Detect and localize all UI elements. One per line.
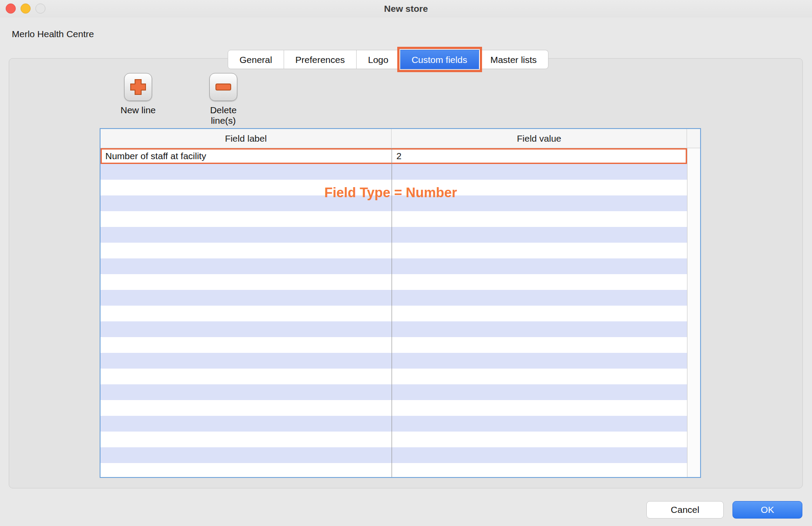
table-row-empty[interactable] <box>101 227 687 243</box>
table-row-empty[interactable] <box>101 180 687 195</box>
store-name: Merlo Health Centre <box>12 29 94 39</box>
table-row-empty[interactable] <box>101 384 687 400</box>
column-header-field-value[interactable]: Field value <box>392 129 687 148</box>
table-row-empty[interactable] <box>101 432 687 447</box>
cancel-button[interactable]: Cancel <box>646 501 724 519</box>
table-header: Field label Field value <box>101 129 700 148</box>
table-row-empty[interactable] <box>101 353 687 369</box>
table-row-empty[interactable] <box>101 306 687 321</box>
traffic-lights <box>6 3 45 14</box>
ok-button[interactable]: OK <box>732 501 802 519</box>
delete-line-button[interactable]: Delete line(s) <box>197 73 250 126</box>
plus-icon <box>124 73 152 101</box>
table-row-empty[interactable] <box>101 258 687 274</box>
window-title: New store <box>0 0 812 17</box>
table-row-empty[interactable] <box>101 274 687 290</box>
table-row[interactable]: Number of staff at facility2 <box>101 148 687 164</box>
field-label-cell[interactable]: Number of staff at facility <box>102 150 392 163</box>
table-row-empty[interactable] <box>101 164 687 180</box>
vertical-scrollbar-track[interactable] <box>687 148 700 477</box>
new-line-button[interactable]: New line <box>118 73 158 115</box>
close-button[interactable] <box>6 3 16 14</box>
table-row-empty[interactable] <box>101 211 687 227</box>
column-header-scroll-spacer <box>687 129 700 148</box>
table-body: Number of staff at facility2 <box>101 148 687 477</box>
field-value-cell[interactable]: 2 <box>392 150 686 163</box>
new-line-label: New line <box>118 105 158 115</box>
custom-fields-table: Field label Field value Number of staff … <box>100 128 701 478</box>
delete-line-label: Delete line(s) <box>197 105 250 126</box>
tab-preferences[interactable]: Preferences <box>284 50 357 69</box>
minus-icon <box>209 73 237 101</box>
content-panel: New line Delete line(s) Field label Fiel… <box>9 58 803 488</box>
minimize-button[interactable] <box>21 3 31 14</box>
column-header-field-label[interactable]: Field label <box>101 129 392 148</box>
title-bar: New store <box>0 0 812 17</box>
table-row-empty[interactable] <box>101 400 687 416</box>
table-row-empty[interactable] <box>101 337 687 353</box>
table-row-empty[interactable] <box>101 369 687 384</box>
table-row-empty[interactable] <box>101 447 687 463</box>
table-row-empty[interactable] <box>101 463 687 477</box>
table-row-empty[interactable] <box>101 243 687 258</box>
zoom-button[interactable] <box>35 3 45 14</box>
table-row-empty[interactable] <box>101 416 687 432</box>
tab-general[interactable]: General <box>228 50 284 69</box>
table-row-empty[interactable] <box>101 290 687 306</box>
tab-bar: GeneralPreferencesLogoCustom fieldsMaste… <box>228 50 548 69</box>
tab-master-lists[interactable]: Master lists <box>479 50 548 69</box>
table-row-empty[interactable] <box>101 195 687 211</box>
tab-custom-fields[interactable]: Custom fields <box>400 50 479 69</box>
column-divider <box>392 148 392 477</box>
tab-logo[interactable]: Logo <box>357 50 400 69</box>
table-row-empty[interactable] <box>101 321 687 337</box>
